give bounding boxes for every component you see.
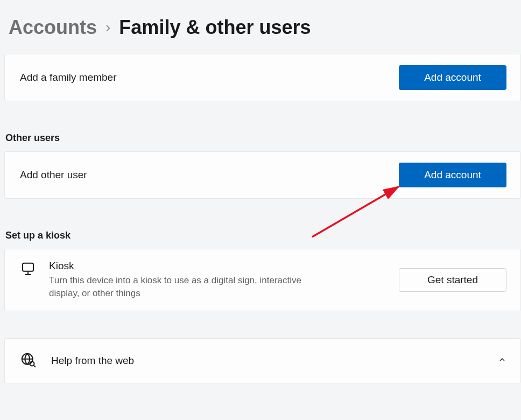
kiosk-icon [20, 261, 36, 279]
add-other-user-label: Add other user [20, 169, 87, 181]
add-family-member-row: Add a family member Add account [4, 54, 521, 101]
help-from-web-row[interactable]: Help from the web [4, 338, 521, 383]
kiosk-get-started-button[interactable]: Get started [399, 268, 506, 292]
help-from-web-label: Help from the web [51, 355, 134, 367]
other-users-section-title: Other users [0, 132, 521, 151]
breadcrumb-current: Family & other users [119, 16, 311, 39]
chevron-right-icon: › [105, 19, 110, 36]
chevron-up-icon [498, 355, 506, 366]
kiosk-row: Kiosk Turn this device into a kiosk to u… [4, 249, 521, 311]
svg-rect-0 [23, 263, 33, 271]
svg-line-5 [33, 365, 35, 367]
breadcrumb-parent[interactable]: Accounts [9, 16, 97, 39]
add-other-account-button[interactable]: Add account [399, 163, 506, 187]
kiosk-title: Kiosk [49, 260, 388, 272]
kiosk-section-title: Set up a kiosk [0, 230, 521, 249]
breadcrumb: Accounts › Family & other users [0, 0, 521, 39]
add-other-user-row: Add other user Add account [4, 151, 521, 199]
add-family-member-label: Add a family member [20, 72, 117, 83]
globe-search-icon [20, 352, 36, 370]
kiosk-description: Turn this device into a kiosk to use as … [49, 274, 307, 300]
add-family-account-button[interactable]: Add account [399, 65, 506, 90]
